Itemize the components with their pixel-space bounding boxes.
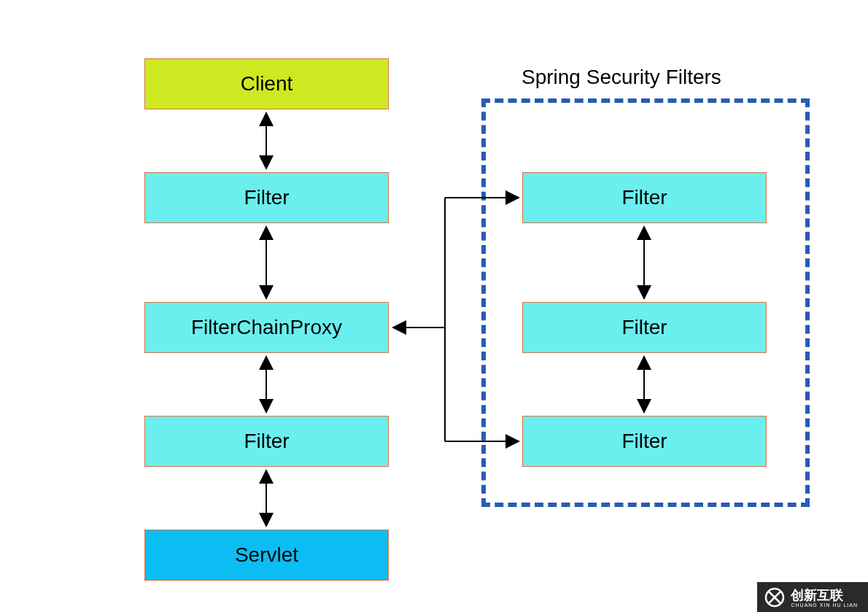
servlet-label: Servlet: [235, 543, 298, 567]
filter-label: Filter: [621, 316, 667, 339]
filter-box-right-3: Filter: [522, 416, 767, 467]
filter-label: Filter: [621, 430, 667, 453]
filter-box-right-1: Filter: [522, 172, 767, 223]
filter-label: Filter: [244, 186, 289, 209]
watermark-sub: CHUANG XIN HU LIAN: [791, 603, 858, 608]
client-box: Client: [144, 58, 389, 109]
filter-chain-proxy-box: FilterChainProxy: [144, 302, 389, 353]
container-title: Spring Security Filters: [522, 66, 721, 89]
filter-box-right-2: Filter: [522, 302, 767, 353]
watermark-brand: 创新互联: [791, 588, 843, 603]
watermark-logo-icon: [764, 587, 785, 608]
servlet-box: Servlet: [144, 530, 389, 581]
filter-chain-proxy-label: FilterChainProxy: [191, 316, 342, 339]
filter-box-left-3: Filter: [144, 416, 389, 467]
watermark: 创新互联 CHUANG XIN HU LIAN: [757, 582, 868, 612]
filter-label: Filter: [244, 430, 289, 453]
filter-label: Filter: [621, 186, 667, 209]
filter-box-left-1: Filter: [144, 172, 389, 223]
client-label: Client: [241, 72, 293, 96]
watermark-text: 创新互联 CHUANG XIN HU LIAN: [791, 586, 858, 608]
